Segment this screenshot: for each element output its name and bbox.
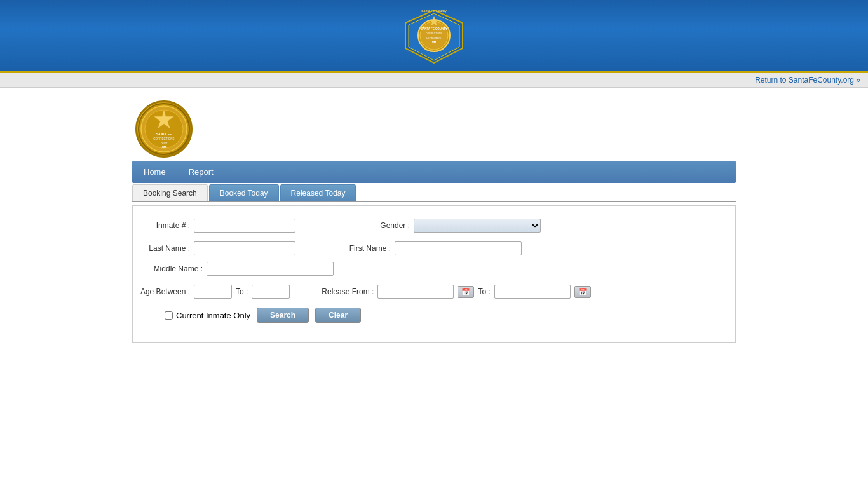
middle-name-label: Middle Name : [139, 264, 203, 273]
santa-fe-county-logo: SANTA FE COUNTY CORRECTIONS DEPARTMENT N… [402, 7, 466, 64]
nav-home[interactable]: Home [132, 161, 177, 183]
age-between-label: Age Between : [139, 287, 190, 296]
first-name-field-group: First Name : [340, 241, 522, 255]
badge-area: SANTA FE CORRECTIONS DEPT NM [132, 94, 736, 161]
return-link-bar: Return to SantaFeCounty.org » [0, 73, 868, 88]
nav-bar: Home Report [132, 161, 736, 183]
form-row-2: Last Name : First Name : Middle Name : [139, 241, 729, 276]
header: SANTA FE COUNTY CORRECTIONS DEPARTMENT N… [0, 0, 868, 73]
header-logo-area: SANTA FE COUNTY CORRECTIONS DEPARTMENT N… [402, 7, 466, 64]
release-to-calendar-button[interactable]: 📅 [574, 286, 591, 298]
age-to-input[interactable] [252, 285, 290, 299]
last-name-input[interactable] [194, 241, 295, 255]
gender-select[interactable]: Male Female Unknown [414, 219, 541, 233]
current-inmate-checkbox[interactable] [165, 311, 173, 320]
tabs-bar: Booking Search Booked Today Released Tod… [132, 184, 736, 202]
inmate-field-group: Inmate # : [139, 219, 295, 233]
return-link[interactable]: Return to SantaFeCounty.org » [755, 76, 860, 85]
svg-point-3 [420, 22, 448, 50]
release-to-label: To : [478, 287, 490, 296]
svg-text:DEPT: DEPT [161, 142, 168, 145]
department-badge: SANTA FE CORRECTIONS DEPT NM [135, 100, 193, 158]
gender-field-group: Gender : Male Female Unknown [359, 219, 541, 233]
age-from-input[interactable] [194, 285, 232, 299]
age-between-field-group: Age Between : To : [139, 285, 290, 299]
svg-text:NM: NM [432, 41, 437, 44]
form-area: Inmate # : Gender : Male Female Unknown … [132, 205, 736, 343]
release-to-input[interactable] [494, 285, 571, 299]
tab-booking-search[interactable]: Booking Search [132, 184, 208, 201]
svg-text:SANTA FE: SANTA FE [156, 132, 172, 136]
inmate-label: Inmate # : [139, 221, 190, 230]
last-name-label: Last Name : [139, 244, 190, 253]
actions-row: Current Inmate Only Search Clear [165, 308, 729, 323]
gender-label: Gender : [359, 221, 410, 230]
search-button[interactable]: Search [257, 308, 309, 323]
first-name-label: First Name : [340, 244, 391, 253]
release-from-field-group: Release From : 📅 To : 📅 [322, 285, 590, 299]
svg-text:NM: NM [162, 146, 166, 149]
badge-svg: SANTA FE CORRECTIONS DEPT NM [137, 102, 191, 156]
svg-text:Santa Fe County: Santa Fe County [421, 9, 447, 13]
middle-name-input[interactable] [207, 262, 334, 276]
clear-button[interactable]: Clear [315, 308, 361, 323]
svg-text:CORRECTIONS: CORRECTIONS [153, 137, 174, 140]
current-inmate-label: Current Inmate Only [176, 311, 250, 320]
main-container: SANTA FE CORRECTIONS DEPT NM Home Report… [123, 88, 745, 349]
svg-text:SANTA FE COUNTY: SANTA FE COUNTY [421, 27, 447, 30]
form-row-1: Inmate # : Gender : Male Female Unknown [139, 219, 729, 233]
middle-name-field-group: Middle Name : [139, 262, 334, 276]
age-to-label: To : [236, 287, 248, 296]
first-name-input[interactable] [395, 241, 522, 255]
current-inmate-group: Current Inmate Only [165, 311, 250, 320]
inmate-input[interactable] [194, 219, 295, 233]
last-name-field-group: Last Name : [139, 241, 295, 255]
svg-text:DEPARTMENT: DEPARTMENT [426, 37, 442, 39]
release-from-calendar-button[interactable]: 📅 [458, 286, 474, 298]
tab-booked-today[interactable]: Booked Today [209, 184, 279, 201]
tab-released-today[interactable]: Released Today [280, 184, 356, 201]
release-from-input[interactable] [377, 285, 454, 299]
form-row-3: Age Between : To : Release From : 📅 To :… [139, 285, 729, 299]
nav-report[interactable]: Report [177, 161, 225, 183]
release-from-label: Release From : [322, 287, 374, 296]
svg-text:CORRECTIONS: CORRECTIONS [426, 32, 443, 35]
